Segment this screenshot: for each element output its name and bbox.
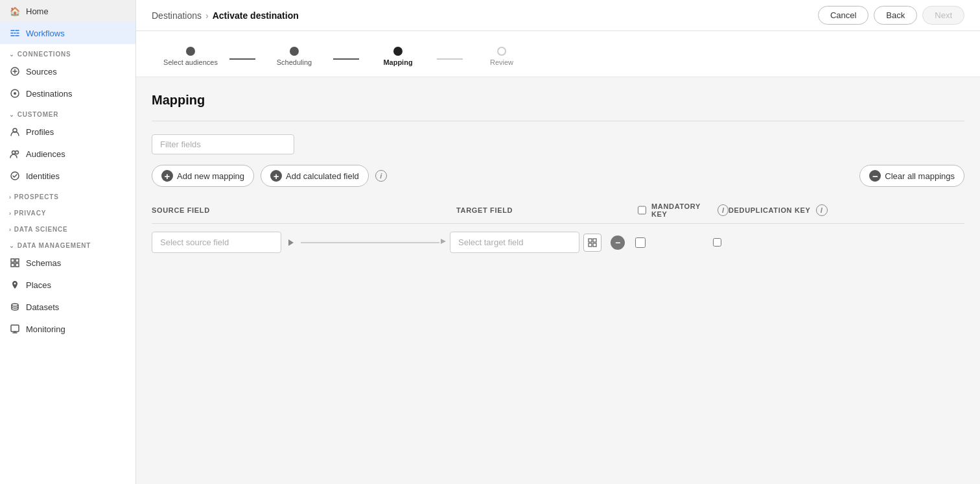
mandatory-key-header: MANDATORY KEY i [638, 202, 729, 218]
section-customer[interactable]: CUSTOMER [0, 104, 135, 121]
clear-all-mappings-button[interactable]: − Clear all mappings [859, 165, 964, 187]
sidebar-item-profiles[interactable]: Profiles [0, 121, 135, 143]
next-button[interactable]: Next [922, 6, 964, 25]
mandatory-key-cell [630, 237, 708, 248]
breadcrumb-parent[interactable]: Destinations [152, 10, 202, 21]
privacy-chevron [9, 210, 12, 217]
breadcrumb-separator: › [205, 10, 209, 21]
sidebar-item-monitoring[interactable]: Monitoring [0, 318, 135, 340]
step-select-audiences: Select audiences [152, 47, 229, 66]
calculated-field-info-icon[interactable]: i [375, 170, 387, 182]
data-management-chevron [9, 243, 15, 249]
prospects-chevron [9, 194, 12, 200]
step-label-3: Mapping [383, 58, 412, 66]
remove-mapping-button[interactable]: − [611, 236, 625, 250]
step-label-4: Review [490, 58, 513, 66]
workflows-icon [9, 27, 21, 39]
filter-input[interactable] [152, 134, 294, 154]
sidebar-item-schemas[interactable]: Schemas [0, 252, 135, 274]
connector-3 [437, 58, 463, 60]
sidebar-item-places-label: Places [26, 280, 51, 290]
mapping-row: Select source field Select target field [152, 226, 964, 258]
step-mapping: Mapping [359, 47, 437, 66]
clear-minus-icon: − [869, 170, 881, 182]
page-title: Mapping [152, 93, 964, 108]
add-new-mapping-button[interactable]: + Add new mapping [152, 165, 254, 187]
target-field-header: TARGET FIELD [456, 202, 638, 218]
places-icon [9, 279, 21, 291]
source-field-header: SOURCE FIELD [152, 202, 456, 218]
customer-chevron [9, 112, 15, 118]
sidebar-item-workflows[interactable]: Workflows [0, 22, 135, 44]
mandatory-key-checkbox[interactable] [635, 237, 646, 248]
deduplication-key-info-icon[interactable]: i [816, 204, 828, 216]
data-science-chevron [9, 226, 12, 233]
sidebar-item-destinations[interactable]: Destinations [0, 82, 135, 104]
schemas-icon [9, 257, 21, 269]
section-connections[interactable]: CONNECTIONS [0, 44, 135, 60]
svg-point-5 [16, 151, 19, 154]
source-field-input[interactable]: Select source field [152, 232, 281, 253]
audiences-icon [9, 148, 21, 160]
connector-line [301, 242, 439, 243]
breadcrumb: Destinations › Activate destination [152, 10, 299, 21]
back-button[interactable]: Back [874, 6, 917, 25]
deduplication-key-cell [708, 238, 786, 247]
sidebar-item-home[interactable]: 🏠 Home [0, 0, 135, 22]
sidebar-item-audiences[interactable]: Audiences [0, 143, 135, 165]
sidebar-item-datasets[interactable]: Datasets [0, 296, 135, 318]
step-dot-4 [497, 47, 506, 56]
section-prospects[interactable]: PROSPECTS [0, 187, 135, 203]
target-field-input[interactable]: Select target field [450, 232, 579, 253]
arrow-right-icon [439, 237, 447, 247]
step-dot-2 [290, 47, 299, 56]
mandatory-key-select-all[interactable] [638, 206, 646, 215]
topbar-actions: Cancel Back Next [818, 6, 964, 25]
sidebar-item-identities[interactable]: Identities [0, 165, 135, 187]
sidebar-item-places[interactable]: Places [0, 274, 135, 296]
step-dot-1 [186, 47, 195, 56]
sidebar-item-sources[interactable]: Sources [0, 60, 135, 82]
svg-rect-18 [593, 243, 596, 247]
main-content: Destinations › Activate destination Canc… [136, 0, 980, 484]
svg-rect-9 [11, 263, 14, 267]
svg-rect-12 [11, 325, 19, 332]
topbar: Destinations › Activate destination Canc… [136, 0, 980, 31]
step-dot-3 [393, 47, 402, 56]
steps-bar: Select audiences Scheduling Mapping Revi… [136, 31, 980, 77]
svg-point-2 [14, 92, 16, 95]
step-scheduling: Scheduling [255, 47, 333, 66]
add-calc-plus-icon: + [270, 170, 282, 182]
mandatory-key-info-icon[interactable]: i [718, 204, 729, 216]
sources-icon [9, 66, 21, 77]
action-row: + Add new mapping + Add calculated field… [152, 165, 964, 187]
step-review: Review [463, 47, 541, 66]
svg-rect-16 [593, 239, 596, 242]
sidebar-item-identities-label: Identities [26, 171, 60, 181]
home-icon: 🏠 [9, 5, 21, 17]
add-calculated-field-label: Add calculated field [286, 171, 359, 181]
svg-marker-14 [441, 239, 446, 244]
sidebar-item-audiences-label: Audiences [26, 149, 65, 159]
map-field-button[interactable] [583, 234, 601, 252]
cancel-button[interactable]: Cancel [818, 6, 869, 25]
section-data-management[interactable]: DATA MANAGEMENT [0, 236, 135, 252]
section-privacy[interactable]: PRIVACY [0, 203, 135, 219]
connections-chevron [9, 51, 15, 58]
destinations-icon [9, 88, 21, 99]
sidebar-item-datasets-label: Datasets [26, 302, 59, 312]
connector-1 [229, 58, 255, 60]
add-calculated-field-button[interactable]: + Add calculated field [261, 165, 369, 187]
source-arrow-icon [284, 236, 298, 250]
sidebar-item-home-label: Home [26, 6, 49, 16]
svg-rect-10 [16, 263, 19, 267]
svg-rect-8 [16, 259, 19, 262]
deduplication-key-header: DEDUPLICATION KEY i [729, 202, 832, 218]
deduplication-key-checkbox[interactable] [713, 238, 721, 247]
section-data-science[interactable]: DATA SCIENCE [0, 219, 135, 236]
add-mapping-plus-icon: + [161, 170, 173, 182]
step-label-2: Scheduling [277, 58, 312, 66]
sidebar-item-sources-label: Sources [26, 67, 57, 77]
sidebar-item-monitoring-label: Monitoring [26, 324, 65, 334]
svg-marker-13 [288, 239, 294, 246]
